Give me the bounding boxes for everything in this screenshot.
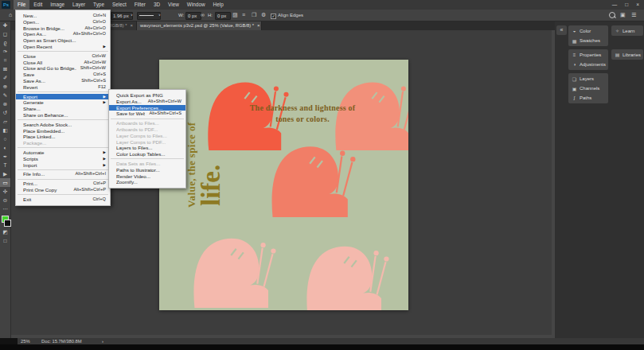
align-edges-checkbox[interactable]: ✓ (271, 14, 276, 19)
menu-item-share[interactable]: Share... (16, 106, 110, 112)
menu-item-save[interactable]: SaveCtrl+S (16, 72, 110, 78)
menu-item-open-as[interactable]: Open As...Alt+Shift+Ctrl+O (16, 31, 110, 37)
menu-file[interactable]: File (14, 0, 29, 10)
canvas[interactable]: The darkness and lightness of tones or c… (159, 60, 408, 310)
menu-item-new[interactable]: New...Ctrl+N (16, 13, 110, 19)
collapse-panels-icon[interactable]: « (556, 25, 567, 35)
menu-item-close-and-go-to-bridge[interactable]: Close and Go to Bridge...Shift+Ctrl+W (16, 65, 110, 72)
path-alignment-icon[interactable]: ≡ (242, 10, 245, 21)
menu-item-open-as-smart-object[interactable]: Open as Smart Object... (16, 37, 110, 44)
marquee-tool[interactable]: ◻ (0, 29, 10, 38)
path-operations-icon[interactable]: ▨ (232, 10, 238, 21)
menu-3d[interactable]: 3D (150, 0, 164, 10)
menu-item-render-video[interactable]: Render Video... (109, 173, 185, 180)
menu-view[interactable]: View (164, 0, 183, 10)
menu-item-place-embedded[interactable]: Place Embedded... (16, 128, 110, 134)
blur-tool[interactable]: ○ (0, 134, 10, 143)
panel-tab-color[interactable]: ◒ Color (568, 26, 608, 36)
height-field[interactable]: 0 px (215, 12, 231, 20)
clone-stamp-tool[interactable]: ⊚ (0, 99, 10, 108)
minimize-icon[interactable]: — (612, 0, 618, 10)
menu-item-quick-export-as-png[interactable]: Quick Export as PNG (109, 92, 185, 99)
menu-help[interactable]: Help (209, 0, 228, 10)
panel-tab-paths[interactable]: ʃ Paths (568, 93, 608, 103)
stroke-width-field[interactable]: 1.96 px (111, 12, 133, 20)
eyedropper-tool[interactable]: ✐ (0, 73, 10, 82)
workspace-icon[interactable]: ▣ (620, 10, 626, 21)
menu-window[interactable]: Window (183, 0, 209, 10)
gradient-tool[interactable]: ◧ (0, 126, 10, 134)
menu-item-export-as[interactable]: Export As...Alt+Shift+Ctrl+W (109, 99, 185, 105)
type-tool[interactable]: T (0, 161, 10, 169)
lasso-tool[interactable]: ϱ (0, 38, 10, 47)
document-tab-active[interactable]: wavyneon_elements p3v2.psd @ 25% (Value,… (137, 21, 262, 30)
panel-tab-libraries[interactable]: ▤ Libraries (611, 49, 643, 60)
stroke-style-caret-icon[interactable]: ∨ (158, 10, 161, 21)
menu-item-export-preferences[interactable]: Export Preferences... (109, 105, 185, 111)
menu-item-paths-to-illustrator[interactable]: Paths to Illustrator... (109, 167, 185, 173)
history-brush-tool[interactable]: ↺ (0, 108, 10, 117)
home-icon[interactable]: ⌂ (9, 10, 12, 21)
menu-item-export[interactable]: Export▶ (16, 94, 110, 100)
menu-item-color-lookup-tables[interactable]: Color Lookup Tables... (109, 151, 185, 158)
brush-tool[interactable]: ✎ (0, 91, 10, 99)
maximize-icon[interactable]: □ (625, 0, 628, 10)
path-selection-tool[interactable]: ▶ (0, 169, 10, 178)
zoom-tool[interactable]: ⊙ (0, 196, 10, 204)
zoom-level[interactable]: 25% (21, 338, 30, 344)
panel-tab-learn[interactable]: ✧ Learn (611, 25, 643, 36)
close-tab-icon[interactable]: × (130, 23, 133, 28)
panel-tab-swatches[interactable]: ▦ Swatches (568, 36, 608, 45)
stroke-width-caret-icon[interactable]: ∨ (131, 10, 133, 21)
gear-icon[interactable]: ⚙ (261, 10, 266, 21)
menu-item-browse-in-bridge[interactable]: Browse in Bridge...Alt+Ctrl+O (16, 25, 110, 32)
healing-brush-tool[interactable]: ⊕ (0, 82, 10, 91)
status-arrow-icon[interactable]: › (102, 338, 103, 344)
menu-select[interactable]: Select (108, 0, 131, 10)
menu-item-open-recent[interactable]: Open Recent▶ (16, 44, 110, 50)
menu-layer[interactable]: Layer (68, 0, 89, 10)
panel-tab-properties[interactable]: ≡ Properties (568, 50, 608, 60)
link-dimensions-icon[interactable]: ∞ (201, 10, 205, 21)
search-icon[interactable] (609, 12, 615, 18)
panel-tab-channels[interactable]: ▣ Channels (568, 84, 608, 93)
menu-item-open[interactable]: Open...Ctrl+O (16, 19, 110, 25)
menu-item-save-as[interactable]: Save As...Shift+Ctrl+S (16, 78, 110, 84)
more-tools-icon[interactable]: ⋯ (0, 204, 10, 213)
close-tab-icon[interactable]: × (257, 23, 260, 28)
screen-mode-icon[interactable]: □ (0, 236, 10, 245)
menu-edit[interactable]: Edit (29, 0, 46, 10)
menu-item-search-adobe-stock[interactable]: Search Adobe Stock... (16, 122, 110, 128)
menu-item-save-for-web-legacy[interactable]: Save for Web (Legacy)...Alt+Shift+Ctrl+S (109, 111, 185, 117)
panel-tab-layers[interactable]: ❏ Layers (568, 74, 608, 84)
menu-item-zoomify[interactable]: Zoomify... (109, 179, 185, 185)
menu-item-exit[interactable]: ExitCtrl+Q (16, 196, 110, 203)
menu-filter[interactable]: Filter (131, 0, 150, 10)
menu-item-place-linked[interactable]: Place Linked... (16, 134, 110, 140)
frame-tool[interactable]: ⊠ (0, 64, 10, 73)
dodge-tool[interactable]: ◐ (0, 143, 10, 152)
width-field[interactable]: 0 px (185, 12, 201, 20)
menu-type[interactable]: Type (89, 0, 108, 10)
quick-selection-tool[interactable]: ✑ (0, 47, 10, 56)
panel-tab-adjustments[interactable]: ◑ Adjustments (568, 60, 608, 69)
menu-item-print[interactable]: Print...Ctrl+P (16, 181, 110, 187)
path-arrangement-icon[interactable]: ❐ (252, 10, 256, 21)
menu-item-close[interactable]: CloseCtrl+W (16, 53, 110, 60)
menu-item-revert[interactable]: RevertF12 (16, 84, 110, 91)
menu-item-file-info[interactable]: File Info...Alt+Shift+Ctrl+I (16, 171, 110, 177)
menu-item-generate[interactable]: Generate▶ (16, 99, 110, 106)
eraser-tool[interactable]: ▱ (0, 117, 10, 126)
panel-menu-icon[interactable]: ☰ (631, 10, 636, 21)
menu-item-share-on-behance[interactable]: Share on Behance... (16, 112, 110, 119)
background-color-swatch[interactable] (4, 220, 11, 227)
stroke-style-field[interactable] (137, 12, 161, 20)
quick-mask-icon[interactable]: ◩ (0, 228, 10, 236)
menu-item-close-all[interactable]: Close AllAlt+Ctrl+W (16, 60, 110, 66)
menu-item-print-one-copy[interactable]: Print One CopyAlt+Shift+Ctrl+P (16, 187, 110, 193)
hand-tool[interactable]: ✣ (0, 187, 10, 196)
pen-tool[interactable]: ✒ (0, 152, 10, 161)
menu-item-automate[interactable]: Automate▶ (16, 150, 110, 156)
menu-item-import[interactable]: Import▶ (16, 162, 110, 169)
move-tool[interactable]: ✚ (0, 21, 10, 29)
